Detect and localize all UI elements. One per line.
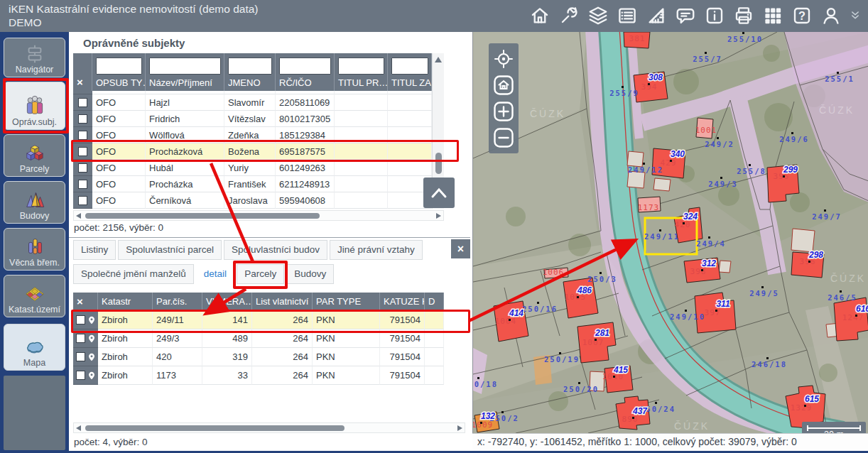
cell[interactable]: PKN	[313, 348, 380, 366]
cell[interactable]: Procházka	[146, 176, 224, 192]
filter-input[interactable]	[96, 58, 142, 75]
scroll-right-arrow[interactable]	[457, 425, 462, 431]
home-icon[interactable]	[526, 2, 553, 29]
cell[interactable]: Černíková	[146, 192, 224, 209]
cell[interactable]	[425, 348, 444, 366]
checkbox[interactable]	[78, 114, 87, 124]
cell[interactable]	[335, 94, 388, 111]
checkbox[interactable]	[76, 371, 85, 380]
row-checkbox-cell[interactable]	[73, 94, 92, 111]
cell[interactable]: PKN	[313, 366, 380, 385]
row-checkbox-cell[interactable]	[73, 143, 92, 160]
cell[interactable]: 33	[202, 366, 252, 385]
row-checkbox-cell[interactable]	[73, 127, 92, 143]
column-header[interactable]: VYMERA…	[202, 293, 252, 311]
print-icon[interactable]	[730, 2, 756, 29]
cell[interactable]: 249/3	[153, 329, 202, 348]
checkbox[interactable]	[78, 147, 87, 156]
cell[interactable]: 2205811069	[276, 94, 335, 111]
cell[interactable]: Hajzl	[146, 94, 224, 111]
cell[interactable]: OFO	[92, 160, 146, 176]
cell[interactable]: Zdeňka	[224, 127, 276, 143]
sidebar-item-budovy[interactable]: Budovy	[4, 181, 65, 224]
cell[interactable]: 791504	[380, 329, 425, 348]
cell[interactable]: Zbiroh	[98, 348, 153, 366]
sidebar-item-katastralni-uzemi[interactable]: Katast.území	[4, 275, 65, 317]
map-home-button[interactable]	[493, 75, 514, 96]
collapse-icon[interactable]	[847, 2, 864, 29]
checkbox[interactable]	[76, 352, 85, 361]
column-header[interactable]: TITUL PR…	[335, 53, 388, 91]
layers-icon[interactable]	[585, 2, 611, 29]
legend-icon[interactable]	[614, 2, 640, 29]
column-header[interactable]: PAR TYPE	[313, 293, 380, 311]
tab-parcely[interactable]: Parcely	[237, 264, 284, 284]
column-header[interactable]: OPSUB TY…	[92, 53, 146, 91]
column-header[interactable]: Katastr	[98, 293, 153, 311]
checkbox[interactable]	[76, 334, 85, 343]
cell[interactable]: Fridrich	[146, 111, 224, 127]
cell[interactable]: OFO	[92, 192, 146, 209]
filter-input[interactable]	[338, 58, 384, 75]
cell[interactable]	[335, 160, 388, 176]
cell[interactable]	[335, 143, 388, 160]
scroll-left-arrow[interactable]	[76, 213, 81, 219]
cell[interactable]: Hubál	[146, 160, 224, 176]
scrollbar-thumb[interactable]	[85, 425, 345, 431]
filter-input[interactable]	[149, 58, 221, 75]
tab-budovy[interactable]: Budovy	[286, 264, 334, 284]
cell[interactable]: 185129384	[276, 127, 335, 143]
column-header[interactable]: D	[425, 293, 444, 311]
cell[interactable]: 695187575	[276, 143, 335, 160]
column-header[interactable]: KATUZE K…	[380, 293, 425, 311]
column-header[interactable]: Par.čís.	[153, 293, 202, 311]
cell[interactable]: OFO	[92, 127, 146, 143]
cell[interactable]: 249/11	[153, 311, 202, 329]
column-header[interactable]: JMENO	[224, 53, 276, 91]
row-checkbox-cell[interactable]	[73, 329, 98, 348]
cell[interactable]: 264	[252, 348, 313, 366]
parcels-horizontal-scrollbar[interactable]	[73, 422, 465, 433]
row-checkbox-cell[interactable]	[73, 176, 92, 192]
column-header[interactable]: TITUL ZA…	[388, 53, 432, 91]
cell[interactable]: Wölflová	[146, 127, 224, 143]
messages-icon[interactable]	[672, 2, 698, 29]
cell[interactable]: František	[224, 176, 276, 192]
sidebar-item-parcely[interactable]: Parcely	[4, 134, 65, 177]
locate-button[interactable]	[493, 48, 514, 70]
filter-input[interactable]	[391, 58, 428, 75]
checkbox[interactable]	[78, 196, 87, 205]
cell[interactable]: Yuriy	[224, 160, 276, 176]
cell[interactable]	[335, 192, 388, 209]
cell[interactable]: OFO	[92, 94, 146, 111]
row-checkbox-cell[interactable]	[73, 366, 98, 385]
row-checkbox-cell[interactable]	[73, 348, 98, 366]
tab-jin-pr-vn-vztahy[interactable]: Jiné právní vztahy	[330, 240, 423, 260]
column-header[interactable]: Název/Příjmení	[146, 53, 224, 91]
cell[interactable]	[335, 127, 388, 143]
scrollbar-thumb[interactable]	[85, 213, 320, 219]
cell[interactable]: 791504	[380, 311, 425, 329]
clear-selection-x[interactable]: ×	[77, 295, 94, 307]
tab-listiny[interactable]: Listiny	[73, 240, 116, 260]
cell[interactable]: Vítězslav	[224, 111, 276, 127]
cell[interactable]: 141	[202, 311, 252, 329]
cell[interactable]: 601249263	[276, 160, 335, 176]
cell[interactable]: 264	[252, 311, 313, 329]
checkbox[interactable]	[78, 180, 87, 189]
grid-icon[interactable]	[759, 2, 786, 29]
subjects-horizontal-scrollbar[interactable]	[73, 210, 444, 221]
sidebar-item-navigator[interactable]: Navigátor	[4, 38, 65, 77]
filter-input[interactable]	[228, 58, 272, 75]
cell[interactable]: Zbiroh	[98, 329, 153, 348]
clear-selection-column[interactable]: ×	[73, 293, 98, 311]
cell[interactable]: Slavomír	[224, 94, 276, 111]
row-checkbox-cell[interactable]	[73, 111, 92, 127]
cell[interactable]	[335, 111, 388, 127]
row-checkbox-cell[interactable]	[73, 311, 98, 329]
cell[interactable]	[388, 160, 432, 176]
map-canvas[interactable]: 255/10255/7255/1255/9249/2249/12249/6255…	[473, 32, 868, 433]
cell[interactable]	[335, 176, 388, 192]
cell[interactable]	[388, 143, 432, 160]
help-icon[interactable]: ?	[788, 2, 815, 29]
